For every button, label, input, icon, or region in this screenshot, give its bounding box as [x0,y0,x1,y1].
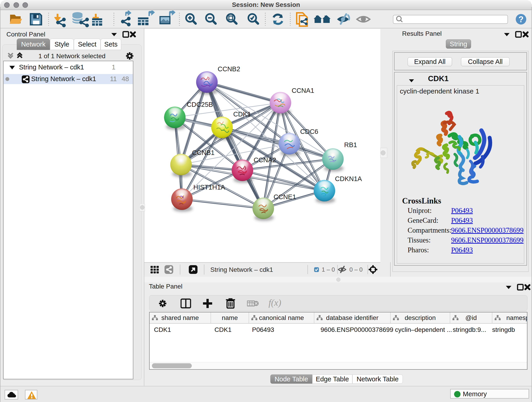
svg-text:?: ? [519,15,524,24]
svg-text:CDC25B: CDC25B [187,101,213,108]
svg-text:CDKN1A: CDKN1A [335,175,362,182]
svg-text:CCNB1: CCNB1 [192,149,215,156]
svg-text:CDC6: CDC6 [300,128,318,135]
svg-text:RB1: RB1 [344,141,357,148]
svg-text:CCNE1: CCNE1 [273,193,296,201]
svg-text:CDK1: CDK1 [233,110,251,118]
svg-text:CCNB2: CCNB2 [218,65,240,73]
svg-text:HIST1H1A: HIST1H1A [193,184,225,191]
svg-text:0 – 0: 0 – 0 [349,266,363,273]
svg-text:1 – 0: 1 – 0 [322,266,335,273]
svg-text:CCNA2: CCNA2 [254,156,276,164]
svg-text:String Network – cdk1: String Network – cdk1 [210,266,273,273]
svg-text:CCNA1: CCNA1 [292,87,314,94]
